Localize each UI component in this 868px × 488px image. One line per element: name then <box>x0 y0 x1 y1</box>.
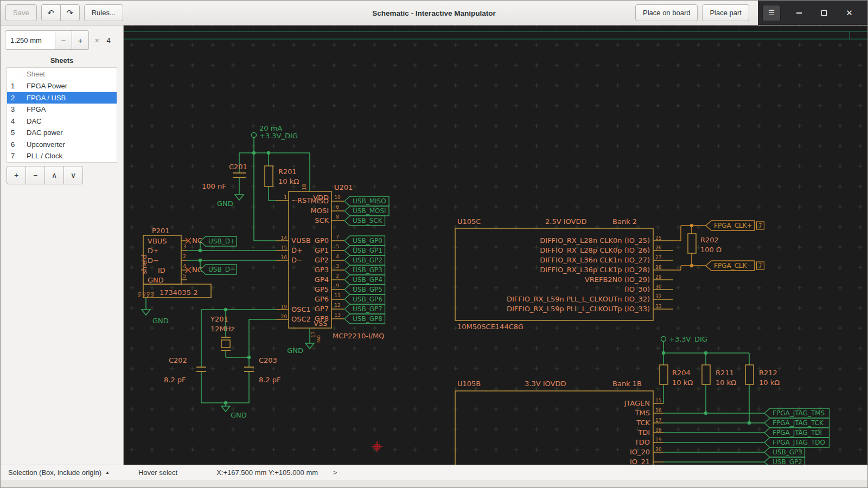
schematic-text: C201 <box>229 163 247 171</box>
net-label-text: USB_D+ <box>208 237 235 245</box>
grid-increase-button[interactable]: + <box>72 30 89 50</box>
schematic-text: 5 <box>183 273 186 279</box>
schematic-text: GP0 <box>315 236 329 245</box>
rules-button[interactable]: Rules... <box>84 4 123 21</box>
schematic-text: SCK <box>315 216 329 224</box>
schematic-text: OSC2 <box>291 315 311 323</box>
sheet-index: 4 <box>7 117 22 125</box>
menu-button[interactable]: ☰ <box>762 5 781 21</box>
add-sheet-button[interactable]: + <box>7 166 26 184</box>
schematic-text: 8 <box>336 214 339 220</box>
net-label-text: USB_GP3 <box>773 448 802 456</box>
schematic-text: 20 mA <box>259 124 282 132</box>
schematic-text: GP5 <box>315 285 329 293</box>
grid-decrease-button[interactable]: − <box>55 30 72 50</box>
schematic-text: 19 <box>281 304 288 310</box>
schematic-text: 10 <box>334 195 341 200</box>
grid-multiplier-value[interactable]: 4 <box>107 36 111 44</box>
net-label-text: FPGA_CLK+ <box>714 222 752 229</box>
sheet-row[interactable]: 4DAC <box>7 115 117 127</box>
sheet-name: FPGA <box>22 105 46 113</box>
schematic-text: 2 <box>336 273 339 279</box>
sheet-row[interactable]: 3FPGA <box>7 104 117 115</box>
place-part-button[interactable]: Place part <box>702 4 749 21</box>
sheet-row[interactable]: 6Upconverter <box>7 139 117 151</box>
move-sheet-down-button[interactable]: ∨ <box>63 166 83 184</box>
schematic-text: 8.2 pF <box>259 376 281 384</box>
schematic-text: R204 <box>672 369 691 377</box>
canvas-grid <box>124 25 867 465</box>
junction-dot <box>224 308 227 311</box>
net-label-text: USB_GP2 <box>773 458 802 465</box>
schematic-text: 10 kΩ <box>759 378 780 387</box>
schematic-text: M3 <box>146 292 151 298</box>
window-controls-zone: ☰ ✕ <box>758 1 867 25</box>
schematic-text: 25 <box>655 235 661 241</box>
maximize-button[interactable] <box>817 6 831 20</box>
sheet-list-buttons: +−∧∨ <box>7 166 117 184</box>
schematic-text: VDD <box>313 194 329 202</box>
sheet-index: 3 <box>7 105 22 113</box>
schematic-text: ID <box>158 266 165 274</box>
maximize-icon <box>821 10 827 16</box>
minimize-button[interactable] <box>792 6 806 20</box>
schematic-text: 11 <box>334 293 340 298</box>
net-label-text: USB_GP5 <box>353 286 382 293</box>
schematic-text: VREFB2N0 (IO_29) <box>585 275 650 284</box>
app-window: Save ↶ ↷ Rules... Schematic - Interactiv… <box>0 0 868 488</box>
schematic-text: 16 <box>655 408 662 413</box>
sheet-name-column-header[interactable]: Sheet <box>22 70 45 78</box>
window-title: Schematic - Interactive Manipulator <box>372 1 495 25</box>
junction-dot <box>704 351 707 355</box>
grid-spacing-input[interactable] <box>5 30 55 50</box>
schematic-text: GND <box>148 276 164 284</box>
tool-caret-icon[interactable]: ▲ <box>105 470 110 475</box>
schematic-text: R211 <box>716 369 734 377</box>
schematic-text: GND <box>287 346 303 355</box>
sheet-row[interactable]: 1FPGA Power <box>7 80 117 92</box>
schematic-text: 20 <box>281 314 288 319</box>
sheet-name: DAC <box>22 117 41 125</box>
place-on-board-button[interactable]: Place on board <box>635 4 698 21</box>
schematic-text: C203 <box>259 356 277 364</box>
schematic-text: NC <box>192 266 202 274</box>
tool-indicator[interactable]: Selection (Box, include origin) <box>8 468 101 477</box>
schematic-text: DIFFIO_RX_L28p CLK0p (IO_26) <box>540 246 650 254</box>
schematic-text: D− <box>291 256 303 264</box>
schematic-text: MOSI <box>310 207 329 215</box>
net-label-text: USB_GP3 <box>353 266 382 274</box>
remove-sheet-button[interactable]: − <box>25 166 45 184</box>
schematic-text: GP2 <box>315 256 329 264</box>
sheets-table-header: Sheet <box>7 68 117 80</box>
sheet-name: FPGA Power <box>22 82 67 90</box>
schematic-text: (IO_30) <box>624 285 650 293</box>
schematic-text: 30 <box>655 284 662 290</box>
schematic-text: 1734035-2 <box>159 288 198 297</box>
redo-button[interactable]: ↷ <box>60 4 80 21</box>
schematic-svg[interactable]: USB_MISOUSB_MOSIUSB_SCKUSB_GP0USB_GP1USB… <box>124 25 867 465</box>
sheet-name: PLL / Clock <box>22 152 62 160</box>
schematic-text: 12 <box>334 303 340 308</box>
sheet-row[interactable]: 5DAC power <box>7 127 117 139</box>
schematic-text: 1 <box>284 195 287 200</box>
grid-multiplier-symbol: × <box>95 36 99 44</box>
net-label-text: FPGA_JTAG_TMS <box>773 409 825 417</box>
hover-mode-label: Hover select <box>138 468 177 477</box>
move-sheet-up-button[interactable]: ∧ <box>44 166 64 184</box>
sheet-row[interactable]: 7PLL / Clock <box>7 150 117 162</box>
schematic-text: D− <box>148 256 159 265</box>
statusbar-chevron[interactable]: > <box>333 468 337 477</box>
schematic-text: TDI <box>637 428 650 436</box>
junction-dot <box>690 264 693 267</box>
save-button[interactable]: Save <box>5 4 37 21</box>
schematic-text: 33 <box>655 304 661 309</box>
schematic-text: VBUS <box>148 237 167 245</box>
schematic-canvas[interactable]: USB_MISOUSB_MOSIUSB_SCKUSB_GP0USB_GP1USB… <box>124 25 867 465</box>
undo-button[interactable]: ↶ <box>41 4 61 21</box>
schematic-text: 17 <box>655 418 661 423</box>
schematic-text: 6 <box>336 204 339 210</box>
close-button[interactable]: ✕ <box>843 6 857 20</box>
schematic-text: VUSB <box>291 236 311 245</box>
sheet-row[interactable]: 2FPGA / USB <box>7 92 117 104</box>
schematic-text: 27 <box>655 255 661 260</box>
